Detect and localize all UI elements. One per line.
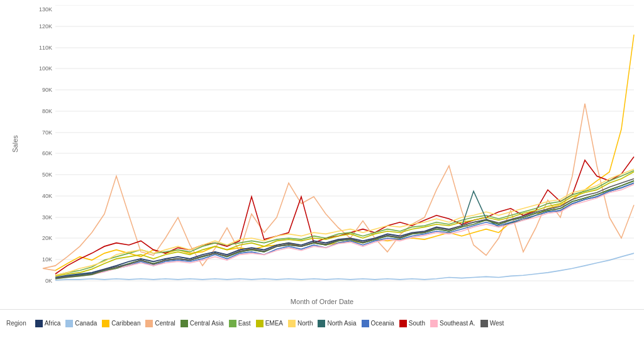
svg-text:120K: 120K: [39, 23, 53, 30]
svg-text:130K: 130K: [39, 5, 53, 12]
legend-color-south: [399, 320, 407, 327]
legend-color-africa: [35, 320, 43, 327]
svg-text:July 2012: July 2012: [265, 287, 289, 288]
line-central: [43, 104, 634, 271]
legend-color-central-asia: [180, 320, 188, 327]
svg-text:March 2013: March 2013: [360, 287, 390, 288]
svg-text:November 2014: November 2014: [601, 287, 638, 288]
svg-text:July 2011: July 2011: [117, 287, 141, 288]
legend: Region Africa Canada Caribbean Central C…: [0, 309, 644, 337]
legend-color-oceania: [362, 320, 369, 327]
svg-text:30K: 30K: [42, 214, 53, 221]
legend-color-canada: [65, 320, 73, 327]
svg-text:70K: 70K: [42, 129, 53, 136]
legend-color-caribbean: [102, 320, 109, 327]
svg-text:40K: 40K: [42, 192, 53, 199]
legend-color-north: [288, 320, 296, 327]
svg-text:November 2011: November 2011: [158, 287, 199, 288]
svg-text:March 2012: March 2012: [213, 287, 242, 288]
legend-color-emea: [256, 320, 264, 327]
svg-text:November 2013: November 2013: [453, 287, 494, 288]
legend-item-africa: Africa: [35, 320, 61, 327]
legend-item-canada: Canada: [65, 320, 97, 327]
svg-text:80K: 80K: [42, 107, 53, 114]
chart-area: .grid-line { stroke: #e8e8e8; stroke-wid…: [30, 5, 638, 288]
legend-item-central-asia: Central Asia: [180, 320, 224, 327]
x-axis-label: Month of Order Date: [0, 298, 644, 305]
svg-text:60K: 60K: [42, 150, 53, 156]
legend-item-emea: EMEA: [256, 320, 283, 327]
chart-container: Sales .grid-line { stroke: #e8e8e8; stro…: [0, 0, 644, 338]
svg-text:March 2014: March 2014: [508, 287, 538, 288]
legend-color-southeast-asia: [430, 320, 438, 327]
svg-text:50K: 50K: [42, 171, 53, 178]
svg-text:November 2012: November 2012: [306, 287, 346, 288]
legend-item-south: South: [399, 320, 425, 327]
legend-item-north-asia: North Asia: [318, 320, 356, 327]
svg-text:110K: 110K: [39, 44, 53, 51]
svg-text:20K: 20K: [42, 234, 53, 241]
svg-text:90K: 90K: [42, 86, 53, 93]
legend-color-west: [480, 320, 488, 327]
legend-region-label: Region: [6, 320, 26, 327]
legend-item-oceania: Oceania: [362, 320, 394, 327]
y-axis-label: Sales: [0, 0, 30, 288]
svg-text:0K: 0K: [45, 277, 53, 284]
legend-color-east: [229, 320, 236, 327]
legend-item-west: West: [480, 320, 504, 327]
svg-text:100K: 100K: [39, 65, 53, 72]
legend-item-central: Central: [145, 320, 175, 327]
line-canada: [55, 253, 634, 280]
svg-text:July 2013: July 2013: [413, 287, 436, 288]
legend-color-north-asia: [318, 320, 325, 327]
legend-color-central: [145, 320, 153, 327]
chart-svg: .grid-line { stroke: #e8e8e8; stroke-wid…: [30, 5, 638, 288]
svg-text:March 2011: March 2011: [65, 287, 94, 288]
legend-item-east: East: [229, 320, 251, 327]
svg-text:July 2014: July 2014: [560, 287, 584, 288]
legend-item-southeast-asia: Southeast A.: [430, 320, 475, 327]
legend-item-north: North: [288, 320, 313, 327]
svg-text:10K: 10K: [42, 256, 53, 263]
line-southeast-asia: [55, 184, 634, 278]
legend-item-caribbean: Caribbean: [102, 320, 140, 327]
